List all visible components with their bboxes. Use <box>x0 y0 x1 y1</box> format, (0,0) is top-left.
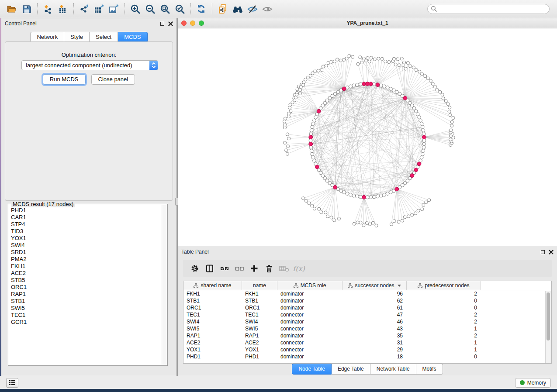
import-table-icon[interactable] <box>55 2 70 17</box>
result-node[interactable]: STP4 <box>11 221 161 228</box>
network-canvas[interactable] <box>178 28 557 245</box>
tab-network-table[interactable]: Network Table <box>370 364 416 375</box>
result-node[interactable]: GCR1 <box>11 319 161 326</box>
table-row[interactable]: RAP1RAP1dominator352 <box>183 332 551 339</box>
result-node[interactable]: STB5 <box>11 277 161 284</box>
column-header-shared-name[interactable]: shared name <box>183 281 242 290</box>
memory-status-icon <box>520 380 525 385</box>
result-node[interactable]: SWI5 <box>11 305 161 312</box>
clone-network-icon[interactable] <box>215 2 230 17</box>
column-header-successor-nodes[interactable]: successor nodes <box>343 281 407 290</box>
find-icon[interactable] <box>230 2 245 17</box>
export-table-icon[interactable] <box>92 2 107 17</box>
zoom-in-icon[interactable] <box>128 2 143 17</box>
result-node[interactable]: CAR1 <box>11 214 161 221</box>
network-view[interactable] <box>178 28 557 245</box>
column-header-name[interactable]: name <box>242 281 277 290</box>
result-node[interactable]: SRD1 <box>11 249 161 256</box>
toolbar-separator <box>125 3 125 15</box>
tab-motifs[interactable]: Motifs <box>416 364 443 375</box>
network-window-title: YPA_prune.txt_1 <box>178 20 557 26</box>
table-scrollbar-thumb[interactable] <box>547 292 550 340</box>
result-node[interactable]: YOX1 <box>11 235 161 242</box>
memory-label: Memory <box>527 380 546 386</box>
delete-column-icon[interactable] <box>263 263 275 274</box>
toolbar-separator <box>73 3 74 15</box>
table-scrollbar[interactable] <box>545 291 551 363</box>
tab-node-table[interactable]: Node Table <box>292 364 332 375</box>
task-list-icon <box>9 380 16 385</box>
tab-mcds[interactable]: MCDS <box>118 32 147 42</box>
show-columns-icon[interactable] <box>204 263 215 274</box>
zoom-fit-icon[interactable] <box>158 2 173 17</box>
search-box[interactable] <box>427 4 550 14</box>
hierarchy-icon <box>348 283 353 288</box>
result-node[interactable]: ACE2 <box>11 270 161 277</box>
delete-table-icon[interactable] <box>278 263 290 274</box>
result-scrollbar[interactable] <box>162 205 166 364</box>
function-builder-icon[interactable]: f(x) <box>293 263 304 274</box>
node-table-header: shared name name MCDS role successor nod… <box>183 281 551 290</box>
result-node[interactable]: RAP1 <box>11 291 161 298</box>
search-input[interactable] <box>437 5 542 13</box>
toolbar-separator <box>212 3 212 15</box>
result-node[interactable]: PHD1 <box>11 207 161 214</box>
table-toolbar: f(x) <box>183 260 552 277</box>
open-file-icon[interactable] <box>4 2 19 17</box>
select-all-icon[interactable] <box>219 263 230 274</box>
table-row[interactable]: ACE2ACE2connector311 <box>183 339 551 346</box>
result-node[interactable]: TEC1 <box>11 312 161 319</box>
tab-select[interactable]: Select <box>90 32 118 42</box>
export-network-icon[interactable] <box>77 2 92 17</box>
control-panel-tabs: Network Style Select MCDS <box>1 32 176 42</box>
close-table-panel-icon[interactable] <box>549 250 554 254</box>
desktop-wallpaper-bottom <box>0 389 557 392</box>
column-header-mcds-role[interactable]: MCDS role <box>277 281 343 290</box>
table-row[interactable]: FKH1FKH1dominator962 <box>183 290 551 297</box>
zoom-selected-icon[interactable] <box>173 2 187 17</box>
column-header-filler <box>481 281 551 290</box>
table-settings-icon[interactable] <box>189 263 201 274</box>
result-node[interactable]: STB1 <box>11 298 161 305</box>
table-row[interactable]: TEC1TEC1connector472 <box>183 311 551 318</box>
tab-edge-table[interactable]: Edge Table <box>332 364 370 375</box>
create-column-icon[interactable] <box>249 263 260 274</box>
status-bar: Memory <box>0 376 557 389</box>
refresh-layout-icon[interactable] <box>194 2 209 17</box>
tab-style[interactable]: Style <box>64 32 90 42</box>
hide-selected-icon[interactable] <box>245 2 260 17</box>
column-header-predecessor-nodes[interactable]: predecessor nodes <box>407 281 481 290</box>
table-row[interactable]: ORC1ORC1dominator610 <box>183 304 551 311</box>
table-row[interactable]: SWI5SWI5connector431 <box>183 325 551 332</box>
optimization-criterion-label: Optimization criterion: <box>5 52 173 58</box>
import-network-icon[interactable] <box>41 2 55 17</box>
result-node[interactable]: SWI4 <box>11 242 161 249</box>
show-all-icon[interactable] <box>260 2 275 17</box>
result-node[interactable]: ORC1 <box>11 284 161 291</box>
task-history-button[interactable] <box>6 378 18 388</box>
run-mcds-button[interactable]: Run MCDS <box>43 74 86 85</box>
save-icon[interactable] <box>19 2 34 17</box>
close-panel-button[interactable]: Close panel <box>91 74 135 85</box>
result-node[interactable]: FKH1 <box>11 263 161 270</box>
table-row[interactable]: PHD1PHD1dominator180 <box>183 353 551 360</box>
float-table-panel-icon[interactable] <box>541 250 545 254</box>
close-panel-icon[interactable] <box>168 21 173 26</box>
memory-button[interactable]: Memory <box>515 378 551 388</box>
deselect-all-icon[interactable] <box>234 263 245 274</box>
export-image-icon[interactable] <box>107 2 121 17</box>
float-panel-icon[interactable] <box>160 22 164 26</box>
table-row[interactable]: STB1STB1dominator620 <box>183 297 551 304</box>
mcds-result-list[interactable]: PHD1 CAR1 STP4 TID3 YOX1 SWI4 SRD1 PMA2 … <box>9 207 161 364</box>
table-row[interactable]: YOX1YOX1connector291 <box>183 346 551 353</box>
result-node[interactable]: PMA2 <box>11 256 161 263</box>
hierarchy-icon <box>418 283 422 288</box>
network-window-titlebar: YPA_prune.txt_1 <box>178 18 557 28</box>
table-row[interactable]: SWI4SWI4dominator462 <box>183 318 551 325</box>
control-panel-header: Control Panel <box>1 18 176 29</box>
criterion-select[interactable]: largest connected component (undirected) <box>21 60 158 70</box>
result-node[interactable]: TID3 <box>11 228 161 235</box>
tab-network[interactable]: Network <box>30 32 64 42</box>
zoom-out-icon[interactable] <box>143 2 158 17</box>
main-toolbar <box>0 0 557 18</box>
